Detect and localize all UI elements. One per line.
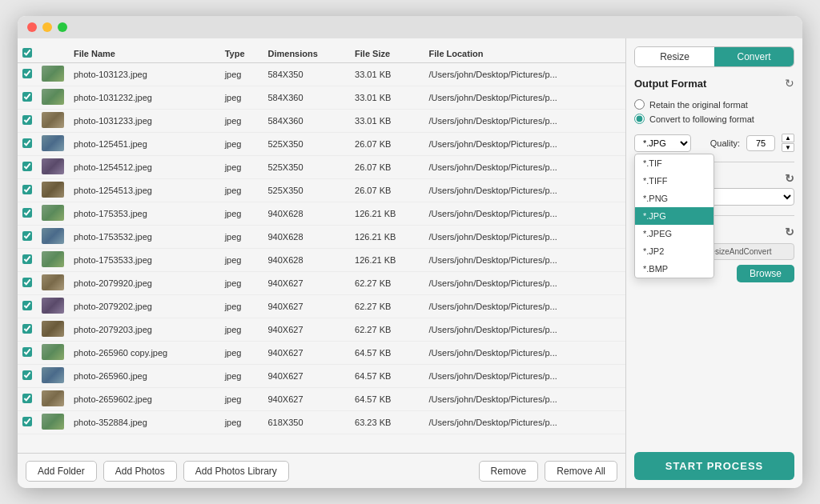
dropdown-option[interactable]: *.TIFF xyxy=(635,172,713,190)
row-checkbox[interactable] xyxy=(22,347,32,357)
convert-to-label: Convert to following format xyxy=(649,114,754,124)
add-library-button[interactable]: Add Photos Library xyxy=(183,461,289,482)
row-check-cell[interactable] xyxy=(18,179,37,202)
dropdown-option[interactable]: *.PNG xyxy=(635,190,713,207)
row-check-cell[interactable] xyxy=(18,388,37,411)
row-check-cell[interactable] xyxy=(18,156,37,179)
minimize-button[interactable] xyxy=(42,22,52,32)
row-dimensions: 584X360 xyxy=(263,86,350,110)
thumbnail xyxy=(42,251,64,267)
output-format-header: Output Format ↻ xyxy=(634,77,794,90)
row-check-cell[interactable] xyxy=(18,63,37,86)
row-checkbox[interactable] xyxy=(22,162,32,171)
row-thumb-cell xyxy=(37,133,69,156)
table-row[interactable]: photo-1031232.jpeg jpeg 584X360 33.01 KB… xyxy=(18,86,625,110)
quality-down-btn[interactable]: ▼ xyxy=(782,143,794,152)
row-type: jpeg xyxy=(220,342,263,365)
file-table[interactable]: File Name Type Dimensions File Size File… xyxy=(18,45,625,453)
row-checkbox[interactable] xyxy=(22,92,32,102)
row-check-cell[interactable] xyxy=(18,318,37,342)
table-row[interactable]: photo-2079203.jpeg jpeg 940X627 62.27 KB… xyxy=(18,318,625,342)
row-check-cell[interactable] xyxy=(18,411,37,434)
row-check-cell[interactable] xyxy=(18,226,37,249)
row-checkbox[interactable] xyxy=(22,69,32,78)
table-row[interactable]: photo-265960.jpeg jpeg 940X627 64.57 KB … xyxy=(18,365,625,388)
row-filesize: 26.07 KB xyxy=(350,133,424,156)
col-header-thumb xyxy=(37,45,69,63)
table-row[interactable]: photo-125451.jpeg jpeg 525X350 26.07 KB … xyxy=(18,133,625,156)
col-header-check[interactable] xyxy=(18,45,37,63)
close-button[interactable] xyxy=(27,22,37,32)
table-row[interactable]: photo-1254513.jpeg jpeg 525X350 26.07 KB… xyxy=(18,179,625,202)
retain-radio[interactable] xyxy=(634,99,645,110)
maximize-button[interactable] xyxy=(58,22,67,32)
remove-button[interactable]: Remove xyxy=(479,461,539,482)
dropdown-option[interactable]: *.BMP xyxy=(635,260,713,278)
table-row[interactable]: photo-2659602.jpeg jpeg 940X627 64.57 KB… xyxy=(18,388,625,411)
remove-all-button[interactable]: Remove All xyxy=(545,461,617,482)
table-row[interactable]: photo-265960 copy.jpeg jpeg 940X627 64.5… xyxy=(18,342,625,365)
row-filesize: 63.23 KB xyxy=(350,411,424,434)
row-check-cell[interactable] xyxy=(18,110,37,133)
row-check-cell[interactable] xyxy=(18,249,37,272)
table-row[interactable]: photo-1753533.jpeg jpeg 940X628 126.21 K… xyxy=(18,249,625,272)
row-checkbox[interactable] xyxy=(22,231,32,241)
row-checkbox[interactable] xyxy=(22,185,32,194)
refresh-name-icon[interactable]: ↻ xyxy=(785,172,794,185)
add-photos-button[interactable]: Add Photos xyxy=(103,461,177,482)
table-row[interactable]: photo-1753532.jpeg jpeg 940X628 126.21 K… xyxy=(18,226,625,249)
row-check-cell[interactable] xyxy=(18,365,37,388)
refresh-icon[interactable]: ↻ xyxy=(785,77,794,90)
table-row[interactable]: photo-352884.jpeg jpeg 618X350 63.23 KB … xyxy=(18,411,625,434)
dropdown-option[interactable]: *.TIF xyxy=(635,154,713,172)
table-row[interactable]: photo-2079920.jpeg jpeg 940X627 62.27 KB… xyxy=(18,272,625,295)
format-dropdown-overlay[interactable]: *.TIF*.TIFF*.PNG*.JPG*.JPEG*.JP2*.BMP xyxy=(634,154,714,278)
table-row[interactable]: photo-175353.jpeg jpeg 940X628 126.21 KB… xyxy=(18,202,625,226)
row-check-cell[interactable] xyxy=(18,342,37,365)
table-row[interactable]: photo-1031233.jpeg jpeg 584X360 33.01 KB… xyxy=(18,110,625,133)
row-dimensions: 525X350 xyxy=(263,179,350,202)
convert-radio[interactable] xyxy=(634,114,645,124)
row-checkbox[interactable] xyxy=(22,370,32,380)
browse-button[interactable]: Browse xyxy=(737,265,794,282)
dropdown-option[interactable]: *.JPEG xyxy=(635,225,713,242)
row-location: /Users/john/Desktop/Pictures/p... xyxy=(424,156,625,179)
row-check-cell[interactable] xyxy=(18,202,37,226)
row-check-cell[interactable] xyxy=(18,295,37,318)
row-checkbox[interactable] xyxy=(22,115,32,125)
table-row[interactable]: photo-2079202.jpeg jpeg 940X627 62.27 KB… xyxy=(18,295,625,318)
dropdown-option[interactable]: *.JPG xyxy=(635,207,713,225)
quality-up-btn[interactable]: ▲ xyxy=(782,134,794,142)
retain-format-option[interactable]: Retain the original format xyxy=(634,99,794,110)
dropdown-option[interactable]: *.JP2 xyxy=(635,242,713,260)
row-type: jpeg xyxy=(220,86,263,110)
row-location: /Users/john/Desktop/Pictures/p... xyxy=(424,411,625,434)
refresh-location-icon[interactable]: ↻ xyxy=(785,226,794,238)
row-check-cell[interactable] xyxy=(18,133,37,156)
format-select[interactable]: *.TIF*.TIFF*.PNG*.JPG*.JPEG*.JP2*.BMP xyxy=(634,134,691,152)
row-location: /Users/john/Desktop/Pictures/p... xyxy=(424,133,625,156)
row-filesize: 62.27 KB xyxy=(350,295,424,318)
row-checkbox[interactable] xyxy=(22,138,32,148)
row-checkbox[interactable] xyxy=(22,394,32,403)
col-header-filesize: File Size xyxy=(350,45,424,63)
row-checkbox[interactable] xyxy=(22,278,32,287)
row-checkbox[interactable] xyxy=(22,417,32,426)
row-check-cell[interactable] xyxy=(18,272,37,295)
quality-input[interactable] xyxy=(746,135,775,151)
start-process-button[interactable]: START PROCESS xyxy=(634,452,794,480)
row-thumb-cell xyxy=(37,365,69,388)
tab-convert[interactable]: Convert xyxy=(714,47,794,66)
row-checkbox[interactable] xyxy=(22,254,32,264)
convert-to-option[interactable]: Convert to following format xyxy=(634,114,794,124)
row-checkbox[interactable] xyxy=(22,208,32,218)
row-filename: photo-2659602.jpeg xyxy=(69,388,220,411)
row-check-cell[interactable] xyxy=(18,86,37,110)
row-checkbox[interactable] xyxy=(22,301,32,310)
add-folder-button[interactable]: Add Folder xyxy=(26,461,97,482)
row-checkbox[interactable] xyxy=(22,324,32,334)
table-row[interactable]: photo-103123.jpeg jpeg 584X350 33.01 KB … xyxy=(18,63,625,86)
table-row[interactable]: photo-1254512.jpeg jpeg 525X350 26.07 KB… xyxy=(18,156,625,179)
select-all-checkbox[interactable] xyxy=(22,48,32,58)
tab-resize[interactable]: Resize xyxy=(635,47,714,66)
